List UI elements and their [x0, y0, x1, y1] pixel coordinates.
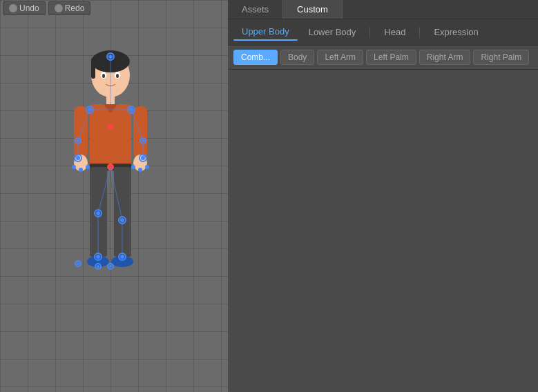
redo-button[interactable]: Redo [48, 1, 91, 15]
subtab-left-arm[interactable]: Left Arm [317, 50, 363, 65]
tab-separator [369, 27, 370, 38]
body-tabs: Upper Body Lower Body Head Expression [228, 19, 538, 46]
right-panel: Assets Custom Upper Body Lower Body Head… [228, 0, 538, 392]
tab-expression[interactable]: Expression [425, 24, 486, 40]
tab-custom-label: Custom [297, 4, 328, 14]
undo-label: Undo [19, 3, 39, 13]
svg-point-24 [108, 124, 113, 130]
tab-assets-label: Assets [242, 4, 269, 14]
svg-point-35 [86, 165, 90, 169]
redo-icon [55, 4, 63, 12]
undo-button[interactable]: Undo [3, 1, 46, 15]
character-viewport: Undo Redo [0, 0, 228, 392]
svg-rect-9 [74, 106, 88, 158]
svg-rect-8 [90, 104, 131, 166]
svg-point-38 [145, 165, 149, 169]
svg-rect-2 [91, 58, 95, 79]
subtab-left-arm-label: Left Arm [325, 52, 356, 62]
svg-point-5 [102, 74, 105, 78]
character-area[interactable] [0, 21, 228, 392]
svg-point-6 [116, 74, 119, 78]
undo-icon [9, 4, 17, 12]
character-figure [59, 37, 169, 375]
svg-point-36 [131, 165, 135, 169]
svg-point-53 [109, 265, 112, 268]
tab-upper-body-label: Upper Body [242, 26, 289, 37]
tab-head-label: Head [384, 27, 405, 37]
subtab-right-palm[interactable]: Right Palm [473, 50, 529, 65]
svg-point-49 [77, 262, 79, 265]
tab-lower-body-label: Lower Body [309, 27, 356, 37]
svg-point-33 [72, 165, 76, 169]
tab-custom[interactable]: Custom [283, 0, 343, 19]
tab-lower-body[interactable]: Lower Body [300, 24, 365, 40]
main-content-area [228, 70, 538, 392]
svg-point-37 [138, 168, 142, 172]
subtab-body-label: Body [288, 52, 307, 62]
top-tabs: Assets Custom [228, 0, 538, 19]
subtab-right-palm-label: Right Palm [481, 52, 521, 62]
tab-head[interactable]: Head [376, 24, 414, 40]
svg-point-51 [97, 265, 99, 268]
tab-separator-2 [419, 27, 420, 38]
subtab-left-palm[interactable]: Left Palm [366, 50, 416, 65]
tab-upper-body[interactable]: Upper Body [233, 23, 298, 41]
svg-point-34 [79, 168, 83, 172]
redo-label: Redo [65, 3, 85, 13]
subtab-right-arm[interactable]: Right Arm [419, 50, 471, 65]
subtab-comb-label: Comb... [241, 52, 270, 62]
toolbar: Undo Redo [0, 0, 93, 17]
svg-rect-10 [133, 106, 147, 158]
tab-expression-label: Expression [434, 27, 478, 37]
sub-tabs: Comb... Body Left Arm Left Palm Right Ar… [228, 46, 538, 70]
subtab-comb[interactable]: Comb... [233, 50, 278, 65]
subtab-right-arm-label: Right Arm [427, 52, 463, 62]
subtab-left-palm-label: Left Palm [374, 52, 409, 62]
subtab-body[interactable]: Body [280, 50, 314, 65]
tab-assets[interactable]: Assets [228, 0, 283, 19]
